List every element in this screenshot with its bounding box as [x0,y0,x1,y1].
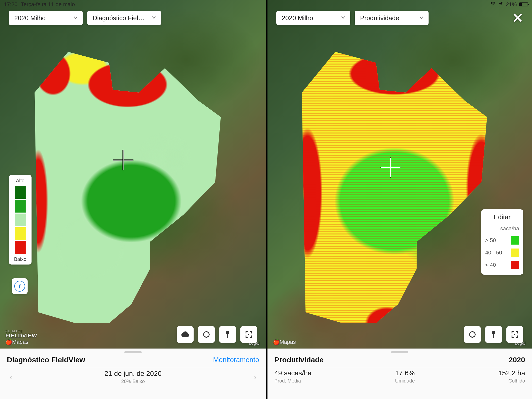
info-icon: i [14,281,25,292]
pin-button[interactable] [219,326,236,343]
yield-legend: Editar saca/ha > 50 40 - 50 < 40 [481,209,523,275]
region-button[interactable] [198,326,215,343]
season-dropdown[interactable]: 2020 Milho [9,11,83,25]
map-attribution: CLIMATEFIELDVIEW 🍎Mapas [5,330,37,345]
layer-dropdown[interactable]: Diagnóstico Fiel… [87,11,161,25]
stat-humidity: 17,6% Umidade [312,369,498,384]
prev-date-button[interactable]: ‹ [5,372,16,382]
legend-row: 40 - 50 [485,247,519,259]
close-button[interactable] [512,12,523,23]
legend-swatch [15,241,26,254]
region-button[interactable] [464,326,481,343]
layer-dropdown-label: Produtividade [360,14,399,22]
svg-rect-4 [493,334,494,338]
cloud-button[interactable] [177,326,194,343]
svg-rect-5 [514,334,515,335]
layer-dropdown[interactable]: Produtividade [355,11,429,25]
map-attribution: 🍎Mapas [273,339,296,345]
season-dropdown-label: 2020 Milho [282,14,313,22]
legend-row: > 50 [485,234,519,247]
legend-swatch [15,227,26,240]
chevron-down-icon [68,14,78,22]
panel-date: 21 de jun. de 2020 [16,370,250,378]
panel-title: Diagnóstico FieldView [7,356,85,364]
chevron-down-icon [336,14,346,22]
drag-handle[interactable] [391,351,408,353]
right-map-pane[interactable]: 2020 Milho Produtividade Editar saca/ha … [266,0,532,399]
panel-sub: 20% Baixo [16,379,250,384]
fullscreen-button[interactable] [506,326,523,343]
legend-unit: saca/ha [485,225,519,232]
monitoring-link[interactable]: Monitoramento [213,356,259,364]
chevron-down-icon [414,14,424,22]
legend-swatch [15,214,26,226]
pin-button[interactable] [485,326,502,343]
left-map-pane[interactable]: 2020 Milho Diagnóstico Fiel… Alto Bai [0,0,266,399]
stat-area: 152,2 ha Colhido [498,369,525,384]
next-date-button[interactable]: › [250,372,261,382]
legend-low-label: Baixo [14,256,26,262]
info-button[interactable]: i [12,278,28,294]
stat-avg: 49 sacas/ha Prod. Média [274,369,312,384]
layer-dropdown-label: Diagnóstico Fiel… [93,14,145,22]
panel-title: Produtividade [274,356,324,364]
panel-year: 2020 [509,356,525,364]
svg-rect-2 [248,334,249,335]
svg-rect-1 [227,334,228,338]
right-bottom-panel[interactable]: Produtividade 2020 49 sacas/ha Prod. Méd… [267,349,532,399]
fullscreen-button[interactable] [240,326,257,343]
left-bottom-panel[interactable]: Diagnóstico FieldView Monitoramento ‹ 21… [0,349,266,399]
season-dropdown[interactable]: 2020 Milho [276,11,350,25]
legend-high-label: Alto [16,178,24,183]
legend-row: < 40 [485,259,519,271]
legend-swatch [15,200,26,213]
edit-legend-button[interactable]: Editar [485,213,519,221]
drag-handle[interactable] [124,351,142,353]
legend-swatch [15,186,26,199]
diagnostic-legend: Alto Baixo [9,175,32,265]
season-dropdown-label: 2020 Milho [14,14,46,22]
chevron-down-icon [147,14,157,22]
